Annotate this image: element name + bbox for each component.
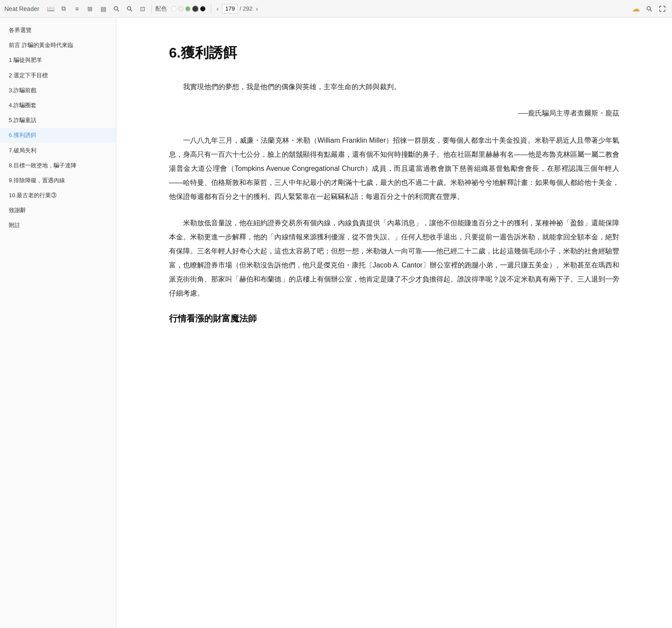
svg-line-5 xyxy=(650,10,652,11)
menu-icon[interactable]: ≡ xyxy=(72,4,82,14)
sidebar-item[interactable]: 2 選定下手目標 xyxy=(0,68,116,83)
section-title: 行情看漲的財富魔法師 xyxy=(169,313,619,325)
sidebar-item[interactable]: 5.詐騙童話 xyxy=(0,113,116,128)
cream-dot[interactable] xyxy=(178,6,183,11)
black-dot[interactable] xyxy=(200,6,205,11)
quote-attribution: ──龐氏騙局主導者查爾斯・龐茲 xyxy=(169,106,619,120)
sidebar-item[interactable]: 附註 xyxy=(0,218,116,233)
page-icon[interactable]: ▤ xyxy=(98,4,108,14)
dark-dot[interactable] xyxy=(192,6,198,12)
sidebar-item[interactable]: 4.詐騙圈套 xyxy=(0,98,116,113)
chapter-title: 6.獲利誘餌 xyxy=(169,44,619,62)
prev-page-button[interactable]: ‹ xyxy=(215,4,220,13)
sidebar-item[interactable]: 前言 詐騙的黃金時代來臨 xyxy=(0,38,116,53)
cloud-icon[interactable]: ☁ xyxy=(631,4,641,14)
page-navigation: ‹ / 292 › xyxy=(215,4,259,14)
paragraph-1: 一八八九年三月，威廉・法蘭克林・米勒（William Franklin Mill… xyxy=(169,134,619,204)
next-page-button[interactable]: › xyxy=(254,4,260,13)
search-toolbar-icon[interactable] xyxy=(644,4,654,14)
svg-point-2 xyxy=(127,7,131,10)
bookmark-icon[interactable]: 📖 xyxy=(45,4,56,14)
green-dot[interactable] xyxy=(185,6,190,11)
toolbar-right: ☁ xyxy=(631,4,668,14)
sidebar-item[interactable]: 6.獲利誘餌 xyxy=(0,128,116,143)
svg-line-1 xyxy=(117,10,119,11)
app-title: Neat Reader xyxy=(4,5,39,12)
sidebar-item[interactable]: 3.詐騙前戲 xyxy=(0,83,116,98)
sidebar: 各界選覽前言 詐騙的黃金時代來臨1 騙徒與肥羊2 選定下手目標3.詐騙前戲4.詐… xyxy=(0,18,116,628)
search-icon-2[interactable] xyxy=(124,4,135,14)
sidebar-item[interactable]: 10.最古老的行業③ xyxy=(0,188,116,203)
sidebar-item[interactable]: 8.目標一敗塗地，騙子達陣 xyxy=(0,158,116,173)
separator-1 xyxy=(151,4,152,13)
grid-icon[interactable]: ⊞ xyxy=(85,4,95,14)
separator-2 xyxy=(211,4,211,13)
color-palette xyxy=(171,6,205,12)
reader-content[interactable]: 6.獲利誘餌 我實現他們的夢想，我是他們的偶像與英雄，主宰生命的大師與裁判。 ─… xyxy=(116,18,672,628)
sidebar-item[interactable]: 1 騙徒與肥羊 xyxy=(0,53,116,68)
sidebar-item[interactable]: 致謝辭 xyxy=(0,203,116,218)
total-pages: / 292 xyxy=(240,5,252,12)
white-dot[interactable] xyxy=(171,6,176,11)
svg-point-0 xyxy=(114,7,118,10)
fit-icon[interactable]: ⊡ xyxy=(137,4,148,14)
page-input[interactable] xyxy=(222,4,238,14)
sidebar-item[interactable]: 各界選覽 xyxy=(0,23,116,38)
color-label: 配色 xyxy=(155,5,167,13)
main-area: 各界選覽前言 詐騙的黃金時代來臨1 騙徒與肥羊2 選定下手目標3.詐騙前戲4.詐… xyxy=(0,18,672,628)
search-icon-1[interactable] xyxy=(111,4,122,14)
paragraph-2: 米勒放低音量說，他在紐約證券交易所有個內線，內線負責提供「內幕消息」，讓他不但能… xyxy=(169,216,619,300)
toolbar: Neat Reader 📖 ⧉ ≡ ⊞ ▤ ⊡ 配色 ‹ / 292 › ☁ xyxy=(0,0,672,18)
copy-icon[interactable]: ⧉ xyxy=(58,4,69,14)
svg-line-3 xyxy=(130,10,132,11)
fullscreen-icon[interactable] xyxy=(657,4,668,14)
svg-point-4 xyxy=(647,7,650,10)
sidebar-item[interactable]: 7.破局失利 xyxy=(0,143,116,158)
quote-text: 我實現他們的夢想，我是他們的偶像與英雄，主宰生命的大師與裁判。 xyxy=(169,80,619,94)
sidebar-item[interactable]: 9.排除障礙，置遇內線 xyxy=(0,173,116,188)
